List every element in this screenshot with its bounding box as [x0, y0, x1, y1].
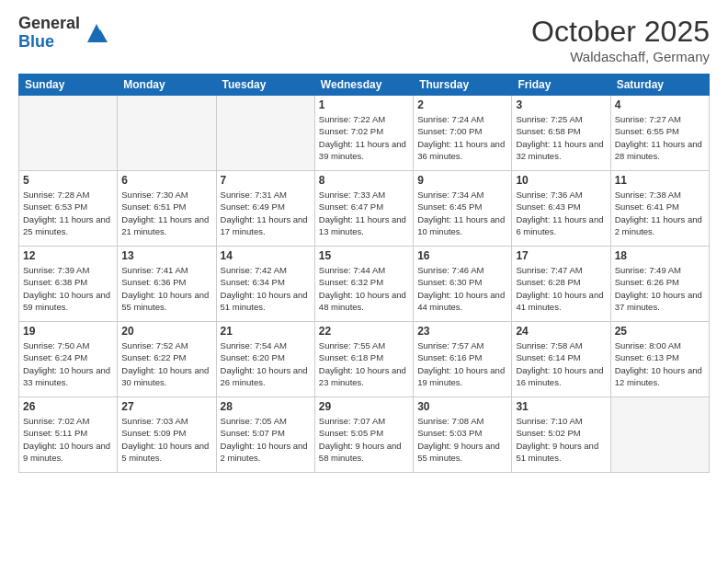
calendar-cell: 24Sunrise: 7:58 AM Sunset: 6:14 PM Dayli… — [512, 322, 610, 397]
day-number: 22 — [319, 325, 409, 338]
day-number: 18 — [615, 249, 705, 262]
day-number: 8 — [319, 174, 409, 187]
logo-icon — [84, 20, 109, 46]
day-number: 24 — [516, 325, 606, 338]
weekday-header: Saturday — [610, 75, 709, 96]
calendar-cell: 3Sunrise: 7:25 AM Sunset: 6:58 PM Daylig… — [512, 96, 610, 171]
day-info: Sunrise: 7:58 AM Sunset: 6:14 PM Dayligh… — [516, 339, 606, 388]
calendar-cell: 10Sunrise: 7:36 AM Sunset: 6:43 PM Dayli… — [512, 171, 610, 247]
calendar-cell — [610, 397, 709, 473]
calendar-week-row: 1Sunrise: 7:22 AM Sunset: 7:02 PM Daylig… — [19, 96, 710, 171]
day-number: 15 — [319, 249, 409, 262]
calendar-cell: 7Sunrise: 7:31 AM Sunset: 6:49 PM Daylig… — [216, 171, 314, 247]
weekday-header: Sunday — [19, 75, 118, 96]
weekday-header: Thursday — [414, 75, 512, 96]
calendar-cell: 2Sunrise: 7:24 AM Sunset: 7:00 PM Daylig… — [414, 96, 512, 171]
day-info: Sunrise: 7:55 AM Sunset: 6:18 PM Dayligh… — [319, 339, 409, 388]
day-info: Sunrise: 7:41 AM Sunset: 6:36 PM Dayligh… — [121, 264, 211, 313]
day-number: 29 — [319, 400, 409, 413]
calendar-cell: 5Sunrise: 7:28 AM Sunset: 6:53 PM Daylig… — [19, 171, 118, 247]
day-number: 2 — [417, 98, 507, 111]
calendar-cell: 13Sunrise: 7:41 AM Sunset: 6:36 PM Dayli… — [118, 247, 216, 322]
day-number: 3 — [516, 98, 606, 111]
logo: General Blue — [18, 15, 109, 52]
day-number: 4 — [615, 98, 705, 111]
day-number: 6 — [121, 174, 211, 187]
day-info: Sunrise: 8:00 AM Sunset: 6:13 PM Dayligh… — [615, 339, 705, 388]
day-number: 20 — [121, 325, 211, 338]
day-number: 17 — [516, 249, 606, 262]
calendar-cell: 17Sunrise: 7:47 AM Sunset: 6:28 PM Dayli… — [512, 247, 610, 322]
day-number: 28 — [221, 400, 311, 413]
month-title: October 2025 — [531, 15, 710, 49]
day-info: Sunrise: 7:02 AM Sunset: 5:11 PM Dayligh… — [23, 415, 113, 464]
calendar-week-row: 12Sunrise: 7:39 AM Sunset: 6:38 PM Dayli… — [19, 247, 710, 322]
day-info: Sunrise: 7:44 AM Sunset: 6:32 PM Dayligh… — [319, 264, 409, 313]
day-number: 26 — [23, 400, 113, 413]
calendar-week-row: 5Sunrise: 7:28 AM Sunset: 6:53 PM Daylig… — [19, 171, 710, 247]
day-number: 14 — [221, 249, 311, 262]
day-number: 23 — [417, 325, 507, 338]
day-number: 19 — [23, 325, 113, 338]
location: Waldaschaff, Germany — [531, 49, 710, 64]
day-number: 21 — [221, 325, 311, 338]
calendar-cell: 25Sunrise: 8:00 AM Sunset: 6:13 PM Dayli… — [610, 322, 709, 397]
day-info: Sunrise: 7:50 AM Sunset: 6:24 PM Dayligh… — [23, 339, 113, 388]
calendar-cell: 12Sunrise: 7:39 AM Sunset: 6:38 PM Dayli… — [19, 247, 118, 322]
page: General Blue October 2025 Waldaschaff, G… — [0, 0, 728, 563]
day-number: 7 — [221, 174, 311, 187]
calendar-cell: 18Sunrise: 7:49 AM Sunset: 6:26 PM Dayli… — [610, 247, 709, 322]
weekday-header: Tuesday — [216, 75, 314, 96]
day-info: Sunrise: 7:25 AM Sunset: 6:58 PM Dayligh… — [516, 113, 606, 162]
day-info: Sunrise: 7:38 AM Sunset: 6:41 PM Dayligh… — [615, 189, 705, 237]
weekday-header: Monday — [118, 75, 216, 96]
day-number: 16 — [417, 249, 507, 262]
calendar-cell: 31Sunrise: 7:10 AM Sunset: 5:02 PM Dayli… — [512, 397, 610, 473]
calendar-cell: 9Sunrise: 7:34 AM Sunset: 6:45 PM Daylig… — [414, 171, 512, 247]
day-number: 5 — [23, 174, 113, 187]
day-info: Sunrise: 7:52 AM Sunset: 6:22 PM Dayligh… — [121, 339, 211, 388]
day-number: 27 — [121, 400, 211, 413]
day-info: Sunrise: 7:24 AM Sunset: 7:00 PM Dayligh… — [417, 113, 507, 162]
calendar-cell: 28Sunrise: 7:05 AM Sunset: 5:07 PM Dayli… — [216, 397, 314, 473]
day-number: 1 — [319, 98, 409, 111]
calendar-cell: 21Sunrise: 7:54 AM Sunset: 6:20 PM Dayli… — [216, 322, 314, 397]
day-info: Sunrise: 7:34 AM Sunset: 6:45 PM Dayligh… — [417, 189, 507, 237]
day-info: Sunrise: 7:47 AM Sunset: 6:28 PM Dayligh… — [516, 264, 606, 313]
calendar-cell: 16Sunrise: 7:46 AM Sunset: 6:30 PM Dayli… — [414, 247, 512, 322]
day-number: 13 — [121, 249, 211, 262]
day-info: Sunrise: 7:03 AM Sunset: 5:09 PM Dayligh… — [121, 415, 211, 464]
calendar-cell: 22Sunrise: 7:55 AM Sunset: 6:18 PM Dayli… — [314, 322, 413, 397]
logo-text: General Blue — [18, 15, 80, 52]
calendar-cell: 8Sunrise: 7:33 AM Sunset: 6:47 PM Daylig… — [314, 171, 413, 247]
calendar-cell — [19, 96, 118, 171]
day-info: Sunrise: 7:42 AM Sunset: 6:34 PM Dayligh… — [221, 264, 311, 313]
calendar-cell: 20Sunrise: 7:52 AM Sunset: 6:22 PM Dayli… — [118, 322, 216, 397]
day-info: Sunrise: 7:05 AM Sunset: 5:07 PM Dayligh… — [221, 415, 311, 464]
weekday-header-row: SundayMondayTuesdayWednesdayThursdayFrid… — [19, 75, 710, 96]
calendar-cell: 29Sunrise: 7:07 AM Sunset: 5:05 PM Dayli… — [314, 397, 413, 473]
weekday-header: Friday — [512, 75, 610, 96]
day-number: 31 — [516, 400, 606, 413]
day-info: Sunrise: 7:46 AM Sunset: 6:30 PM Dayligh… — [417, 264, 507, 313]
calendar-cell — [216, 96, 314, 171]
logo-general: General — [18, 15, 80, 33]
calendar-week-row: 26Sunrise: 7:02 AM Sunset: 5:11 PM Dayli… — [19, 397, 710, 473]
calendar-cell: 19Sunrise: 7:50 AM Sunset: 6:24 PM Dayli… — [19, 322, 118, 397]
day-info: Sunrise: 7:49 AM Sunset: 6:26 PM Dayligh… — [615, 264, 705, 313]
calendar-cell: 4Sunrise: 7:27 AM Sunset: 6:55 PM Daylig… — [610, 96, 709, 171]
day-info: Sunrise: 7:28 AM Sunset: 6:53 PM Dayligh… — [23, 189, 113, 237]
day-number: 9 — [417, 174, 507, 187]
day-info: Sunrise: 7:30 AM Sunset: 6:51 PM Dayligh… — [121, 189, 211, 237]
calendar-cell: 6Sunrise: 7:30 AM Sunset: 6:51 PM Daylig… — [118, 171, 216, 247]
calendar-cell: 15Sunrise: 7:44 AM Sunset: 6:32 PM Dayli… — [314, 247, 413, 322]
day-info: Sunrise: 7:33 AM Sunset: 6:47 PM Dayligh… — [319, 189, 409, 237]
day-number: 25 — [615, 325, 705, 338]
day-info: Sunrise: 7:07 AM Sunset: 5:05 PM Dayligh… — [319, 415, 409, 464]
day-number: 11 — [615, 174, 705, 187]
title-block: October 2025 Waldaschaff, Germany — [531, 15, 710, 64]
calendar-cell: 14Sunrise: 7:42 AM Sunset: 6:34 PM Dayli… — [216, 247, 314, 322]
day-info: Sunrise: 7:36 AM Sunset: 6:43 PM Dayligh… — [516, 189, 606, 237]
calendar-cell: 30Sunrise: 7:08 AM Sunset: 5:03 PM Dayli… — [414, 397, 512, 473]
calendar-cell: 1Sunrise: 7:22 AM Sunset: 7:02 PM Daylig… — [314, 96, 413, 171]
